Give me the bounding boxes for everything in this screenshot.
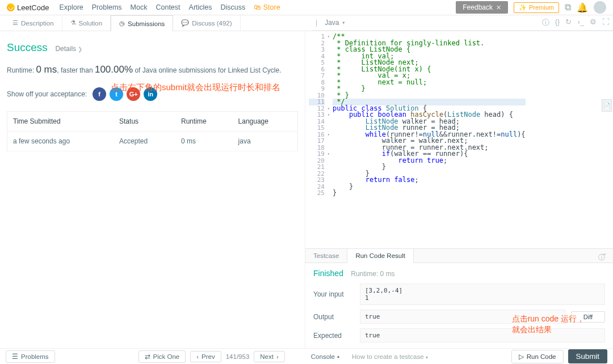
problems-button[interactable]: ☰Problems <box>6 350 55 363</box>
runtime-summary: Runtime: 0 ms, faster than 100.00% of Ja… <box>7 62 298 77</box>
tab-solution[interactable]: ⚗Solution <box>62 15 111 31</box>
annotation-runcode: 点击run code 运行， 就会出结果 <box>512 314 585 336</box>
lang-toolbar: | Java▾ ⓘ {} ↻ ›_ ⚙ ⛶ <box>312 15 613 31</box>
status-success: Success <box>7 41 48 53</box>
nav-explore[interactable]: Explore <box>59 3 83 11</box>
nav-articles[interactable]: Articles <box>189 3 212 11</box>
code-content[interactable]: /** * Definition for singly-linked list.… <box>328 31 530 248</box>
code-editor[interactable]: 12345678910 1112131415161718192021222324… <box>305 31 613 248</box>
logo-text: LeetCode <box>17 3 49 12</box>
bottom-bar: ☰Problems ⇄Pick One ‹Prev 141/953 Next› … <box>0 348 613 364</box>
nav-problems[interactable]: Problems <box>92 3 122 11</box>
result-status: Finished <box>313 269 343 278</box>
tab-discuss[interactable]: 💬Discuss (492) <box>173 15 240 31</box>
nav-links: Explore Problems Mock Contest Articles D… <box>59 3 280 11</box>
menu-icon: ☰ <box>12 353 18 361</box>
settings-icon[interactable]: ⚙ <box>590 18 597 28</box>
notes-icon[interactable]: 📄 <box>602 99 612 112</box>
nav-store[interactable]: 🛍 Store <box>254 3 280 11</box>
play-icon: ▷ <box>519 353 524 361</box>
chat-icon: 💬 <box>181 19 189 27</box>
nav-contest[interactable]: Contest <box>156 3 180 11</box>
tab-submissions[interactable]: ◷Submissions <box>111 15 173 31</box>
line-gutter: 12345678910 1112131415161718192021222324… <box>305 31 328 248</box>
nav-discuss[interactable]: Discuss <box>221 3 246 11</box>
table-row[interactable]: a few seconds ago Accepted 0 ms java <box>7 132 298 151</box>
shuffle-icon: ⇄ <box>145 353 150 361</box>
chevron-right-icon: ❯ <box>78 46 82 52</box>
chevron-up-icon: ▴ <box>337 354 339 359</box>
flask-icon: ⚗ <box>70 19 76 27</box>
howto-link[interactable]: How to create a testcase ▾ <box>352 353 428 360</box>
annotation-submit: 点击右下角的submit就会出现运行时长和排名 <box>111 82 280 93</box>
problem-counter: 141/953 <box>226 353 250 360</box>
col-runtime: Runtime <box>175 112 233 132</box>
clock-icon: ◷ <box>119 20 125 27</box>
reset-icon[interactable]: ↻ <box>565 18 572 28</box>
premium-button[interactable]: ✨ Premium <box>514 2 559 13</box>
showoff-label: Show off your acceptance: <box>7 90 87 98</box>
submission-panel: Success Details ❯ Runtime: 0 ms, faster … <box>0 31 305 348</box>
submit-button[interactable]: Submit <box>568 349 607 363</box>
info-icon[interactable]: ⓘ <box>542 18 549 28</box>
braces-icon[interactable]: {} <box>555 18 560 28</box>
logo[interactable]: LeetCode <box>7 3 49 12</box>
result-runtime: Runtime: 0 ms <box>351 270 394 278</box>
fullscreen-icon[interactable]: ⛶ <box>602 18 610 28</box>
close-icon[interactable]: ✕ <box>496 4 501 11</box>
result-tabs: Testcase Run Code Result ⌄ <box>305 248 613 263</box>
new-playground-icon[interactable]: ⧉ <box>565 2 571 12</box>
avatar[interactable] <box>594 1 606 14</box>
nav-mock[interactable]: Mock <box>131 3 148 11</box>
leetcode-icon <box>7 3 15 11</box>
submissions-table: Time Submitted Status Runtime Language a… <box>7 111 298 151</box>
share-facebook-icon[interactable]: f <box>93 87 106 101</box>
pick-one-button[interactable]: ⇄Pick One <box>138 350 186 363</box>
bell-icon[interactable]: 🔔 <box>577 2 588 13</box>
tab-run-result[interactable]: Run Code Result <box>347 248 414 263</box>
prev-button[interactable]: ‹Prev <box>190 351 221 362</box>
label-output: Output <box>313 313 354 321</box>
col-time: Time Submitted <box>7 112 114 132</box>
next-button[interactable]: Next› <box>254 351 285 362</box>
label-expected: Expected <box>313 332 354 340</box>
tab-description[interactable]: ☰Description <box>5 15 62 31</box>
console-toggle[interactable]: Console ▴ <box>311 353 339 360</box>
chevron-down-icon: ▾ <box>342 20 345 26</box>
editor-panel: 12345678910 1112131415161718192021222324… <box>305 31 613 348</box>
details-link[interactable]: Details ❯ <box>55 45 82 53</box>
col-language: Language <box>233 112 298 132</box>
terminal-icon[interactable]: ›_ <box>577 18 584 28</box>
tab-testcase[interactable]: Testcase <box>305 249 347 263</box>
input-value: [3,2,0,-4] 1 <box>360 283 605 305</box>
doc-icon: ☰ <box>12 19 18 27</box>
top-nav: LeetCode Explore Problems Mock Contest A… <box>0 0 613 15</box>
feedback-banner[interactable]: Feedback ✕ <box>456 1 508 14</box>
label-your-input: Your input <box>313 290 354 298</box>
chevron-right-icon: › <box>276 353 279 360</box>
chevron-left-icon: ‹ <box>196 353 199 360</box>
col-status: Status <box>114 112 175 132</box>
language-select[interactable]: Java▾ <box>320 17 350 28</box>
run-code-button[interactable]: ▷Run Code <box>511 350 564 363</box>
help-icon[interactable]: ⓘ <box>598 253 605 263</box>
